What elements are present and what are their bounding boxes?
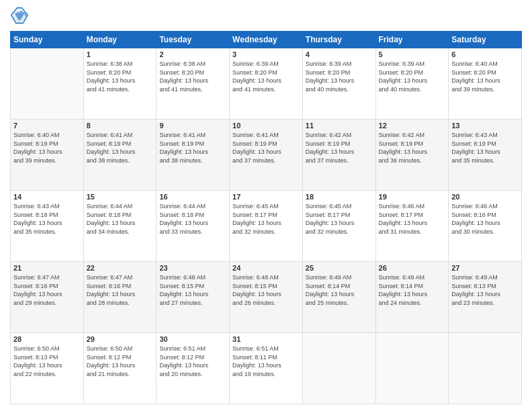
day-info: Sunrise: 6:40 AMSunset: 8:19 PMDaylight:… [13,131,81,165]
day-info: Sunrise: 6:49 AMSunset: 8:13 PMDaylight:… [451,273,519,307]
header [10,7,522,26]
day-info: Sunrise: 6:43 AMSunset: 8:18 PMDaylight:… [13,202,81,236]
day-info: Sunrise: 6:46 AMSunset: 8:17 PMDaylight:… [379,202,446,236]
day-cell: 6Sunrise: 6:40 AMSunset: 8:20 PMDaylight… [449,48,522,120]
week-row-2: 7Sunrise: 6:40 AMSunset: 8:19 PMDaylight… [11,120,522,191]
day-number: 12 [379,122,446,130]
day-cell: 22Sunrise: 6:47 AMSunset: 8:16 PMDayligh… [83,262,157,333]
day-cell: 11Sunrise: 6:42 AMSunset: 8:19 PMDayligh… [302,120,375,191]
day-info: Sunrise: 6:48 AMSunset: 8:15 PMDaylight:… [159,273,226,307]
logo [10,7,32,26]
day-number: 30 [159,335,226,343]
day-number: 2 [159,50,226,58]
day-cell: 7Sunrise: 6:40 AMSunset: 8:19 PMDaylight… [11,120,84,191]
day-cell: 27Sunrise: 6:49 AMSunset: 8:13 PMDayligh… [449,262,522,333]
day-cell: 5Sunrise: 6:39 AMSunset: 8:20 PMDaylight… [375,48,449,120]
week-row-1: 1Sunrise: 6:38 AMSunset: 8:20 PMDaylight… [11,48,522,120]
day-number: 28 [13,335,81,343]
day-info: Sunrise: 6:41 AMSunset: 8:19 PMDaylight:… [159,131,226,165]
day-info: Sunrise: 6:47 AMSunset: 8:16 PMDaylight:… [87,273,154,307]
day-number: 25 [306,264,373,272]
day-cell [11,48,84,120]
header-cell-friday: Friday [375,32,449,48]
header-cell-saturday: Saturday [449,32,522,48]
day-number: 14 [13,193,81,201]
day-cell: 3Sunrise: 6:39 AMSunset: 8:20 PMDaylight… [230,48,303,120]
day-number: 6 [451,50,519,58]
day-cell: 21Sunrise: 6:47 AMSunset: 8:16 PMDayligh… [11,262,84,333]
day-number: 31 [232,335,300,343]
day-cell: 2Sunrise: 6:38 AMSunset: 8:20 PMDaylight… [157,48,230,120]
header-cell-tuesday: Tuesday [157,32,230,48]
day-cell: 31Sunrise: 6:51 AMSunset: 8:11 PMDayligh… [230,333,303,404]
calendar-table: SundayMondayTuesdayWednesdayThursdayFrid… [10,31,522,404]
day-number: 11 [306,122,373,130]
day-cell: 12Sunrise: 6:42 AMSunset: 8:19 PMDayligh… [375,120,449,191]
day-number: 27 [451,264,519,272]
logo-icon [10,7,29,26]
day-info: Sunrise: 6:38 AMSunset: 8:20 PMDaylight:… [159,60,226,93]
day-cell [302,333,375,404]
day-cell [375,333,449,404]
day-number: 19 [379,193,446,201]
day-info: Sunrise: 6:41 AMSunset: 8:19 PMDaylight:… [87,131,154,165]
day-cell: 19Sunrise: 6:46 AMSunset: 8:17 PMDayligh… [375,191,449,262]
day-number: 1 [87,50,154,58]
day-cell: 9Sunrise: 6:41 AMSunset: 8:19 PMDaylight… [157,120,230,191]
day-number: 23 [159,264,226,272]
day-info: Sunrise: 6:48 AMSunset: 8:15 PMDaylight:… [232,273,300,307]
day-info: Sunrise: 6:51 AMSunset: 8:12 PMDaylight:… [159,345,226,378]
header-cell-sunday: Sunday [11,32,84,48]
day-number: 20 [451,193,519,201]
day-number: 16 [159,193,226,201]
day-cell: 28Sunrise: 6:50 AMSunset: 8:13 PMDayligh… [11,333,84,404]
day-number: 17 [232,193,300,201]
day-cell: 4Sunrise: 6:39 AMSunset: 8:20 PMDaylight… [302,48,375,120]
day-number: 10 [232,122,300,130]
day-cell: 10Sunrise: 6:41 AMSunset: 8:19 PMDayligh… [230,120,303,191]
day-info: Sunrise: 6:42 AMSunset: 8:19 PMDaylight:… [306,131,373,165]
day-number: 22 [87,264,154,272]
day-cell: 26Sunrise: 6:49 AMSunset: 8:14 PMDayligh… [375,262,449,333]
page: SundayMondayTuesdayWednesdayThursdayFrid… [0,0,532,411]
day-cell: 29Sunrise: 6:50 AMSunset: 8:12 PMDayligh… [83,333,157,404]
day-info: Sunrise: 6:50 AMSunset: 8:13 PMDaylight:… [13,345,81,378]
day-info: Sunrise: 6:44 AMSunset: 8:18 PMDaylight:… [159,202,226,236]
day-cell: 15Sunrise: 6:44 AMSunset: 8:18 PMDayligh… [83,191,157,262]
day-info: Sunrise: 6:39 AMSunset: 8:20 PMDaylight:… [232,60,300,93]
day-info: Sunrise: 6:38 AMSunset: 8:20 PMDaylight:… [87,60,154,93]
calendar-header-row: SundayMondayTuesdayWednesdayThursdayFrid… [11,32,522,48]
header-cell-monday: Monday [83,32,157,48]
day-info: Sunrise: 6:39 AMSunset: 8:20 PMDaylight:… [379,60,446,93]
day-number: 26 [379,264,446,272]
day-number: 7 [13,122,81,130]
day-cell: 23Sunrise: 6:48 AMSunset: 8:15 PMDayligh… [157,262,230,333]
header-cell-wednesday: Wednesday [230,32,303,48]
day-cell: 13Sunrise: 6:43 AMSunset: 8:19 PMDayligh… [449,120,522,191]
day-info: Sunrise: 6:47 AMSunset: 8:16 PMDaylight:… [13,273,81,307]
day-cell: 20Sunrise: 6:46 AMSunset: 8:16 PMDayligh… [449,191,522,262]
day-info: Sunrise: 6:39 AMSunset: 8:20 PMDaylight:… [306,60,373,93]
week-row-5: 28Sunrise: 6:50 AMSunset: 8:13 PMDayligh… [11,333,522,404]
day-info: Sunrise: 6:51 AMSunset: 8:11 PMDaylight:… [232,345,300,378]
day-info: Sunrise: 6:49 AMSunset: 8:14 PMDaylight:… [306,273,373,307]
day-cell: 8Sunrise: 6:41 AMSunset: 8:19 PMDaylight… [83,120,157,191]
day-number: 8 [87,122,154,130]
day-cell: 30Sunrise: 6:51 AMSunset: 8:12 PMDayligh… [157,333,230,404]
day-info: Sunrise: 6:40 AMSunset: 8:20 PMDaylight:… [451,60,519,93]
day-cell: 24Sunrise: 6:48 AMSunset: 8:15 PMDayligh… [230,262,303,333]
day-number: 5 [379,50,446,58]
day-cell: 1Sunrise: 6:38 AMSunset: 8:20 PMDaylight… [83,48,157,120]
day-info: Sunrise: 6:49 AMSunset: 8:14 PMDaylight:… [379,273,446,307]
day-number: 3 [232,50,300,58]
day-number: 29 [87,335,154,343]
day-number: 21 [13,264,81,272]
day-number: 15 [87,193,154,201]
week-row-4: 21Sunrise: 6:47 AMSunset: 8:16 PMDayligh… [11,262,522,333]
day-number: 18 [306,193,373,201]
day-info: Sunrise: 6:41 AMSunset: 8:19 PMDaylight:… [232,131,300,165]
day-info: Sunrise: 6:44 AMSunset: 8:18 PMDaylight:… [87,202,154,236]
day-cell: 18Sunrise: 6:45 AMSunset: 8:17 PMDayligh… [302,191,375,262]
day-number: 9 [159,122,226,130]
calendar-body: 1Sunrise: 6:38 AMSunset: 8:20 PMDaylight… [11,48,522,404]
